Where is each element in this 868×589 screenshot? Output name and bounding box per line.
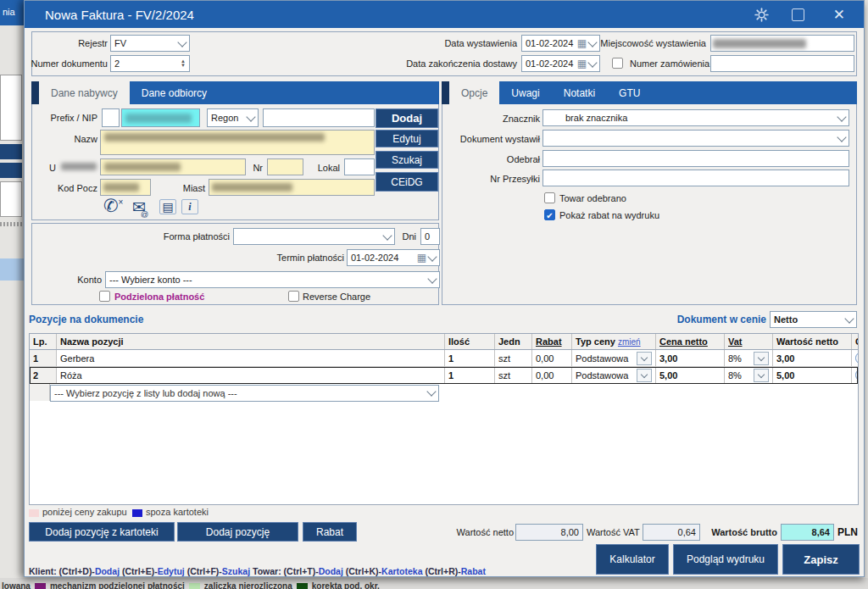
dni-field[interactable]: 0 [420, 228, 440, 245]
ceidg-button[interactable]: CEiDG [376, 172, 438, 192]
calendar-icon: ▦ [577, 58, 587, 69]
shortcut-link[interactable]: Szukaj [222, 566, 250, 576]
kod-pocztowy-field[interactable] [100, 179, 151, 196]
cell-vat[interactable]: 8% [725, 350, 773, 366]
table-row[interactable]: 1 Gerbera 1 szt 0,00 Podstawowa 3,00 8% … [30, 350, 858, 367]
rabat-button[interactable]: Rabat [303, 522, 357, 542]
settings-gear-icon[interactable] [754, 7, 770, 23]
note-icon[interactable]: ▤ [159, 199, 176, 214]
szukaj-button[interactable]: Szukaj [376, 151, 438, 169]
data-zakonczenia-field[interactable]: 01-02-2024 ▦ [521, 55, 600, 72]
tab-opcje[interactable]: Opcje [449, 81, 499, 104]
col-cena-netto-link[interactable]: Cena netto [656, 334, 725, 349]
chevron-down-icon[interactable] [637, 352, 652, 365]
add-position-row: --- Wybierz pozycję z listy lub dodaj no… [30, 384, 858, 401]
maximize-icon[interactable] [792, 8, 804, 21]
termin-platnosci-value: 01-02-2024 [351, 253, 398, 263]
add-position-select[interactable]: --- Wybierz pozycję z listy lub dodaj no… [50, 385, 439, 402]
cell-typ-ceny[interactable]: Podstawowa [572, 350, 656, 366]
chevron-down-icon[interactable] [754, 352, 769, 365]
konto-select[interactable]: --- Wybierz konto --- [105, 271, 440, 288]
numer-zamowienia-field[interactable] [710, 55, 854, 72]
nip-field[interactable] [121, 108, 200, 127]
data-zakonczenia-checkbox[interactable] [612, 58, 623, 69]
info-circle-icon[interactable]: i [855, 369, 859, 381]
cell-ilosc[interactable]: 1 [445, 367, 495, 383]
towar-odebrano-checkbox[interactable] [544, 192, 555, 203]
col-rabat-link[interactable]: Rabat [532, 334, 572, 349]
cell-vat[interactable]: 8% [725, 367, 773, 383]
lokal-label: Lokal [309, 159, 340, 176]
pokaz-rabat-checkbox[interactable]: ✔ [544, 209, 555, 220]
shortcut-link[interactable]: Dodaj [95, 566, 120, 576]
chevron-down-icon [844, 314, 854, 323]
table-row-selected[interactable]: 2 Róża 1 szt 0,00 Podstawowa 5,00 8% 5,0… [30, 367, 858, 384]
miejscowosc-field[interactable] [710, 35, 854, 52]
prefix-field[interactable] [102, 108, 120, 127]
miasto-field[interactable] [209, 179, 375, 196]
wartosc-vat-value: 0,64 [678, 527, 696, 537]
shortcut-link[interactable]: Dodaj [319, 566, 343, 576]
zapisz-button[interactable]: Zapisz [782, 544, 860, 575]
tabbar-cap [442, 81, 449, 104]
reverse-charge-checkbox[interactable] [288, 291, 299, 302]
shortcut-link[interactable]: Kartoteka [381, 566, 422, 576]
podglad-wydruku-button[interactable]: Podgląd wydruku [673, 544, 778, 575]
chevron-down-icon [837, 112, 846, 121]
cell-cena-netto[interactable]: 3,00 [656, 350, 725, 366]
regon-select[interactable]: Regon [207, 108, 259, 127]
zmien-link[interactable]: zmień [618, 337, 641, 347]
rejestr-select[interactable]: FV [110, 35, 190, 52]
cell-rabat[interactable]: 0,00 [532, 367, 572, 383]
chevron-down-icon [177, 37, 186, 47]
nr-field[interactable] [267, 158, 303, 175]
chevron-down-icon[interactable] [637, 369, 652, 382]
add-from-catalog-button[interactable]: Dodaj pozycję z kartoteki [29, 522, 175, 542]
termin-platnosci-field[interactable]: 01-02-2024 ▦ [347, 249, 440, 266]
cell-ilosc[interactable]: 1 [445, 350, 495, 366]
lokal-field[interactable] [344, 158, 375, 175]
nazwa-field[interactable] [100, 130, 375, 155]
calendar-icon: ▦ [417, 252, 426, 264]
tab-dane-odbiorcy[interactable]: Dane odbiorcy [130, 81, 219, 104]
dodaj-button[interactable]: Dodaj [376, 108, 438, 128]
mail-icon[interactable]: ✉@ [132, 197, 148, 219]
podzielona-platnosc-checkbox[interactable] [99, 291, 110, 302]
col-vat-link[interactable]: Vat [725, 334, 773, 349]
numer-dokumentu-stepper[interactable]: 2 ▲▼ [110, 55, 190, 72]
znacznik-select[interactable]: brak znacznika [542, 109, 849, 126]
data-zakonczenia-value: 01-02-2024 [526, 58, 573, 69]
close-icon[interactable]: ✕ [833, 8, 845, 22]
ulica-field[interactable] [100, 158, 246, 175]
cell-typ-ceny[interactable]: Podstawowa [572, 367, 656, 383]
nr-przesylki-field[interactable] [542, 169, 849, 186]
add-item-button[interactable]: Dodaj pozycję [177, 522, 298, 542]
legend-item: zaliczka nierozliczona [204, 581, 292, 589]
cell-cena-netto[interactable]: 5,00 [656, 367, 725, 383]
edytuj-button[interactable]: Edytuj [376, 130, 438, 147]
chevron-down-icon[interactable] [754, 369, 769, 382]
tab-gtu[interactable]: GTU [607, 81, 652, 104]
cell-opcje: i ✎ ✖ [852, 367, 859, 383]
phone-icon[interactable]: ✆× [103, 196, 123, 216]
shortcut-link[interactable]: Edytuj [158, 566, 185, 576]
price-mode-select[interactable]: Netto [770, 311, 857, 328]
dokument-wystawil-select[interactable] [542, 130, 849, 147]
prefix-nip-label: Prefix / NIP [32, 109, 97, 126]
col-wartosc-netto: Wartość netto [773, 334, 852, 349]
tab-notatki[interactable]: Notatki [552, 81, 607, 104]
tab-dane-nabywcy[interactable]: Dane nabywcy [39, 81, 130, 104]
info-icon[interactable]: i [181, 199, 198, 214]
odebral-field[interactable] [542, 150, 849, 167]
legend-outside-catalog-label: spoza kartoteki [146, 507, 209, 517]
stepper-down-icon[interactable]: ▼ [181, 64, 186, 68]
kalkulator-button[interactable]: Kalkulator [596, 544, 669, 575]
buyer-panel-body: Prefix / NIP Regon Nazw U Nr Lokal Kod P… [31, 104, 439, 220]
wartosc-brutto-value: 8,64 [812, 527, 830, 537]
cell-rabat[interactable]: 0,00 [532, 350, 572, 366]
shortcut-link[interactable]: Rabat [461, 566, 486, 576]
forma-platnosci-select[interactable] [233, 228, 395, 245]
regon-number-field[interactable] [263, 108, 375, 127]
info-circle-icon[interactable]: i [855, 352, 859, 364]
tab-uwagi[interactable]: Uwagi [499, 81, 551, 104]
